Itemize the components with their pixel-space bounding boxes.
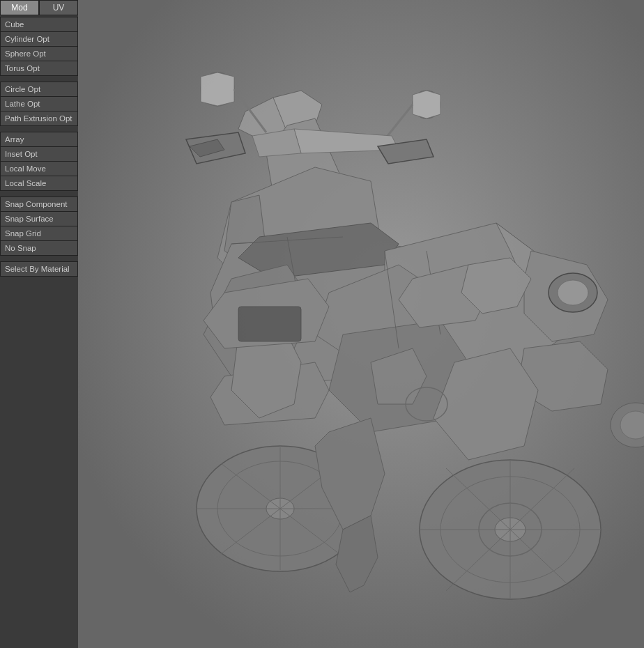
sidebar-btn-lathe-opt[interactable]: Lathe Opt [0,96,78,111]
sidebar-group-2: Circle Opt Lathe Opt Path Extrusion Opt [0,82,78,126]
sidebar-btn-snap-grid[interactable]: Snap Grid [0,226,78,240]
sidebar-btn-snap-component[interactable]: Snap Component [0,196,78,211]
sidebar-group-3: Array Inset Opt Local Move Local Scale [0,132,78,191]
sidebar-group-5: Select By Material [0,261,78,277]
sidebar-btn-sphere-opt[interactable]: Sphere Opt [0,46,78,61]
3d-viewport-svg [78,0,644,648]
sidebar: Mod UV Cube Cylinder Opt Sphere Opt Toru… [0,0,78,648]
sidebar-btn-select-by-material[interactable]: Select By Material [0,261,78,277]
spacer-1 [0,76,78,82]
sidebar-btn-no-snap[interactable]: No Snap [0,240,78,256]
sidebar-btn-cylinder-opt[interactable]: Cylinder Opt [0,31,78,46]
svg-marker-4 [201,72,234,106]
sidebar-btn-snap-surface[interactable]: Snap Surface [0,211,78,226]
sidebar-btn-inset-opt[interactable]: Inset Opt [0,146,78,161]
sidebar-btn-cube[interactable]: Cube [0,17,78,31]
svg-marker-7 [413,91,440,118]
svg-rect-55 [238,307,301,341]
spacer-4 [0,256,78,261]
tab-uv[interactable]: UV [39,0,78,15]
sidebar-btn-torus-opt[interactable]: Torus Opt [0,61,78,76]
sidebar-btn-local-scale[interactable]: Local Scale [0,176,78,191]
sidebar-group-4: Snap Component Snap Surface Snap Grid No… [0,196,78,256]
viewport[interactable] [78,0,644,648]
svg-point-20 [558,280,588,305]
spacer-2 [0,126,78,132]
sidebar-btn-local-move[interactable]: Local Move [0,161,78,176]
sidebar-btn-path-extrusion-opt[interactable]: Path Extrusion Opt [0,111,78,126]
sidebar-group-1: Cube Cylinder Opt Sphere Opt Torus Opt [0,17,78,76]
sidebar-btn-circle-opt[interactable]: Circle Opt [0,82,78,96]
tab-mod[interactable]: Mod [0,0,39,15]
spacer-3 [0,191,78,196]
sidebar-btn-array[interactable]: Array [0,132,78,146]
tab-row: Mod UV [0,0,78,15]
